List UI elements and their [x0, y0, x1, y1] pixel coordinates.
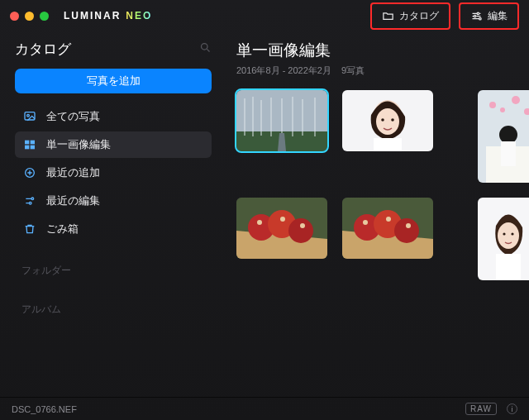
svg-point-56 [503, 232, 505, 235]
sidebar-item-label: 全ての写真 [46, 109, 100, 124]
app-brand: LUMINAR NEO [64, 10, 152, 21]
svg-point-52 [386, 217, 391, 222]
status-filename: DSC_0766.NEF [12, 404, 77, 414]
app-window: LUMINAR NEO カタログ 編集 カタログ 写真 [0, 0, 529, 420]
sidebar-header: カタログ [15, 40, 212, 59]
thumbnail-4[interactable] [236, 198, 327, 259]
thumb-art [236, 198, 327, 259]
thumb-art [478, 90, 529, 183]
svg-point-57 [511, 232, 513, 235]
brand-sub: NEO [126, 10, 152, 21]
main-title: 単一画像編集 [236, 40, 511, 61]
svg-rect-6 [25, 141, 29, 145]
sidebar-item-recent-edit[interactable]: 最近の編集 [15, 188, 212, 214]
sidebar: カタログ 写真を追加 全ての写真 単一画像編集 最近の追加 [0, 31, 223, 397]
folder-icon [382, 10, 394, 22]
svg-point-28 [391, 118, 394, 122]
sidebar-item-label: ごみ箱 [46, 222, 79, 236]
svg-point-11 [31, 198, 34, 200]
thumb-art [236, 90, 327, 151]
svg-point-45 [300, 223, 305, 228]
close-window-button[interactable] [10, 12, 19, 21]
edit-tab[interactable]: 編集 [462, 5, 516, 27]
svg-point-3 [202, 44, 208, 50]
thumb-art [478, 198, 529, 280]
catalog-tab[interactable]: カタログ [374, 5, 447, 27]
svg-rect-58 [496, 254, 521, 280]
thumbnail-6[interactable] [478, 198, 529, 280]
thumbnail-5[interactable] [342, 198, 433, 259]
sidebar-item-all-photos[interactable]: 全ての写真 [15, 103, 212, 130]
search-icon [199, 41, 212, 54]
svg-rect-9 [31, 146, 35, 150]
edit-tab-label: 編集 [488, 9, 508, 23]
sidebar-title: カタログ [15, 40, 71, 59]
trash-icon [23, 222, 36, 236]
thumb-art [342, 198, 433, 259]
image-icon [23, 110, 36, 123]
svg-point-50 [394, 218, 419, 243]
svg-point-32 [499, 126, 517, 144]
svg-point-43 [257, 220, 262, 225]
svg-rect-33 [501, 141, 516, 166]
thumbnail-2[interactable] [342, 90, 433, 151]
svg-point-12 [29, 202, 31, 204]
svg-point-35 [512, 96, 520, 104]
grid-icon [23, 138, 36, 151]
sliders-small-icon [23, 194, 36, 208]
plus-circle-icon [23, 166, 36, 179]
catalog-tab-label: カタログ [399, 9, 439, 23]
minimize-window-button[interactable] [25, 12, 34, 21]
svg-point-26 [376, 108, 399, 135]
svg-point-55 [498, 222, 519, 249]
brand-name: LUMINAR [64, 10, 121, 21]
svg-point-34 [489, 102, 496, 108]
window-controls [10, 12, 49, 21]
info-button[interactable]: i [507, 403, 517, 414]
thumb-art [342, 90, 433, 151]
sidebar-item-recent-add[interactable]: 最近の追加 [15, 160, 212, 186]
svg-point-44 [280, 217, 285, 222]
status-bar: DSC_0766.NEF RAW i [0, 397, 529, 420]
svg-point-27 [381, 118, 384, 122]
sidebar-item-label: 最近の編集 [46, 193, 100, 208]
sidebar-section-albums[interactable]: アルバム [15, 299, 212, 320]
highlight-catalog: カタログ [370, 2, 450, 30]
sidebar-section-folders[interactable]: フォルダー [15, 260, 212, 281]
add-photo-button[interactable]: 写真を追加 [15, 69, 212, 93]
main-subtitle: 2016年8月 - 2022年2月 9写真 [236, 64, 511, 77]
app-body: カタログ 写真を追加 全ての写真 単一画像編集 最近の追加 [0, 31, 529, 397]
svg-point-53 [406, 223, 411, 228]
sidebar-item-label: 最近の追加 [46, 165, 100, 180]
titlebar: LUMINAR NEO カタログ 編集 [0, 0, 529, 31]
thumbnail-3[interactable] [478, 90, 529, 183]
thumbnail-1[interactable] [236, 90, 327, 151]
svg-point-1 [474, 15, 476, 17]
sidebar-item-label: 単一画像編集 [46, 137, 111, 152]
raw-badge: RAW [465, 403, 497, 415]
svg-point-42 [288, 218, 313, 243]
main-panel: 単一画像編集 2016年8月 - 2022年2月 9写真 [223, 31, 529, 397]
photo-count: 9写真 [341, 64, 365, 77]
svg-point-0 [477, 12, 479, 15]
sliders-icon [470, 10, 483, 22]
sidebar-item-single-edit[interactable]: 単一画像編集 [15, 131, 212, 158]
thumbnail-grid [236, 90, 511, 280]
svg-point-2 [479, 17, 482, 20]
svg-point-5 [27, 114, 30, 117]
svg-rect-29 [374, 138, 402, 151]
date-range: 2016年8月 - 2022年2月 [236, 64, 331, 77]
search-button[interactable] [199, 41, 212, 57]
highlight-edit: 編集 [459, 2, 519, 30]
maximize-window-button[interactable] [40, 12, 49, 21]
sidebar-item-trash[interactable]: ごみ箱 [15, 216, 212, 242]
svg-point-37 [500, 107, 505, 112]
svg-rect-8 [25, 146, 29, 150]
svg-rect-7 [31, 141, 35, 145]
sidebar-nav: 全ての写真 単一画像編集 最近の追加 最近の編集 ごみ箱 [15, 103, 212, 242]
svg-point-51 [363, 220, 368, 225]
